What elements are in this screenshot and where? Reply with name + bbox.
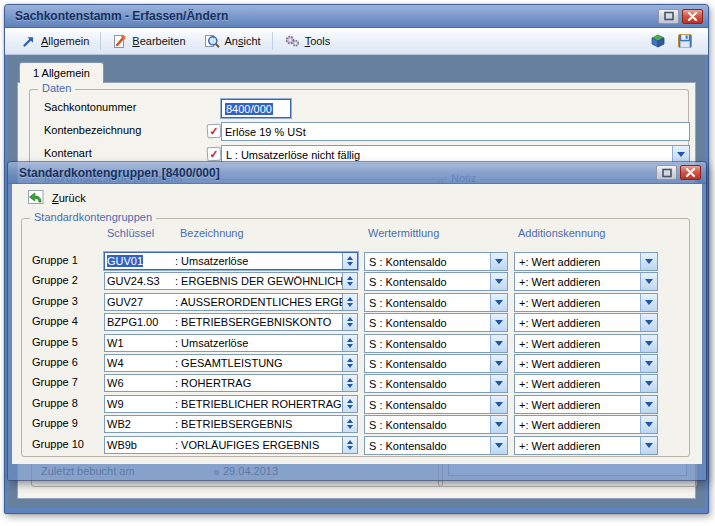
tab-allgemein[interactable]: 1 Allgemein bbox=[19, 62, 104, 83]
spinner-down-icon[interactable] bbox=[347, 262, 353, 266]
spinner[interactable] bbox=[342, 335, 357, 351]
dropdown-button[interactable] bbox=[640, 375, 657, 392]
spinner-down-icon[interactable] bbox=[347, 364, 353, 368]
spinner-down-icon[interactable] bbox=[347, 323, 353, 327]
spinner[interactable] bbox=[342, 375, 357, 391]
dropdown-button[interactable] bbox=[672, 146, 689, 163]
spinner[interactable] bbox=[342, 294, 357, 310]
additionskennung-select[interactable]: +: Wert addieren bbox=[514, 293, 658, 312]
dropdown-button[interactable] bbox=[490, 335, 507, 352]
maximize-button[interactable] bbox=[658, 9, 679, 24]
spinner-down-icon[interactable] bbox=[347, 344, 353, 348]
kontenbezeichnung-input[interactable]: Erlöse 19 % USt bbox=[221, 122, 690, 141]
spinner-up-icon[interactable] bbox=[347, 358, 353, 362]
dropdown-button[interactable] bbox=[490, 416, 507, 433]
spinner-down-icon[interactable] bbox=[347, 303, 353, 307]
save-icon[interactable] bbox=[676, 32, 694, 50]
schluessel-input[interactable]: W6 : ROHERTRAG bbox=[104, 374, 358, 392]
additionskennung-select[interactable]: +: Wert addieren bbox=[514, 272, 658, 291]
menu-item-tools[interactable]: Tools bbox=[275, 31, 340, 51]
schluessel-input[interactable]: BZPG1.00 : BETRIEBSERGEBNISKONTO bbox=[104, 313, 358, 331]
dropdown-button[interactable] bbox=[640, 355, 657, 372]
additionskennung-select[interactable]: +: Wert addieren bbox=[514, 334, 658, 353]
spinner-up-icon[interactable] bbox=[347, 276, 353, 280]
schluessel-input[interactable]: GUV27 : AUSSERORDENTLICHES ERGEBNIS bbox=[104, 293, 358, 311]
wertermittlung-select[interactable]: S : Kontensaldo bbox=[364, 354, 508, 373]
spinner-down-icon[interactable] bbox=[347, 446, 353, 450]
main-titlebar[interactable]: Sachkontenstamm - Erfassen/Ändern bbox=[5, 5, 708, 28]
spinner-up-icon[interactable] bbox=[347, 317, 353, 321]
dropdown-button[interactable] bbox=[490, 314, 507, 331]
wertermittlung-select[interactable]: S : Kontensaldo bbox=[364, 334, 508, 353]
wertermittlung-select[interactable]: S : Kontensaldo bbox=[364, 395, 508, 414]
spinner-up-icon[interactable] bbox=[347, 419, 353, 423]
dialog-close-button[interactable] bbox=[680, 165, 701, 180]
additionskennung-select[interactable]: +: Wert addieren bbox=[514, 313, 658, 332]
wertermittlung-select[interactable]: S : Kontensaldo bbox=[364, 436, 508, 455]
spinner-down-icon[interactable] bbox=[347, 425, 353, 429]
schluessel-input[interactable]: GUV01 : Umsatzerlöse bbox=[104, 252, 358, 270]
dropdown-button[interactable] bbox=[490, 273, 507, 290]
spinner[interactable] bbox=[342, 273, 357, 289]
spinner-down-icon[interactable] bbox=[347, 384, 353, 388]
schluessel-input[interactable]: GUV24.S3 : ERGEBNIS DER GEWÖHNLICHEN GES bbox=[104, 272, 358, 290]
additionskennung-select[interactable]: +: Wert addieren bbox=[514, 395, 658, 414]
dropdown-button[interactable] bbox=[490, 355, 507, 372]
spinner-up-icon[interactable] bbox=[347, 378, 353, 382]
spinner[interactable] bbox=[342, 253, 357, 269]
dropdown-button[interactable] bbox=[490, 375, 507, 392]
wertermittlung-select[interactable]: S : Kontensaldo bbox=[364, 415, 508, 434]
dropdown-button[interactable] bbox=[490, 437, 507, 454]
spinner[interactable] bbox=[342, 314, 357, 330]
checked-icon[interactable]: ✓ bbox=[207, 147, 222, 162]
dropdown-button[interactable] bbox=[640, 273, 657, 290]
close-button[interactable] bbox=[682, 9, 703, 24]
dropdown-button[interactable] bbox=[490, 294, 507, 311]
sachkontonummer-input[interactable]: 8400/000 bbox=[221, 99, 291, 118]
wertermittlung-select[interactable]: S : Kontensaldo bbox=[364, 313, 508, 332]
zurueck-button[interactable]: Zurück bbox=[22, 188, 92, 207]
additionskennung-select[interactable]: +: Wert addieren bbox=[514, 354, 658, 373]
spinner[interactable] bbox=[342, 437, 357, 453]
dropdown-button[interactable] bbox=[490, 253, 507, 270]
menu-item-bearbeiten[interactable]: Bearbeiten bbox=[103, 31, 194, 52]
spinner-up-icon[interactable] bbox=[347, 440, 353, 444]
dropdown-button[interactable] bbox=[490, 396, 507, 413]
spinner-down-icon[interactable] bbox=[347, 405, 353, 409]
package-icon[interactable] bbox=[649, 32, 667, 50]
additionskennung-select[interactable]: +: Wert addieren bbox=[514, 252, 658, 271]
dropdown-button[interactable] bbox=[640, 253, 657, 270]
dropdown-button[interactable] bbox=[640, 416, 657, 433]
additionskennung-select[interactable]: +: Wert addieren bbox=[514, 374, 658, 393]
dialog-maximize-button[interactable] bbox=[656, 165, 677, 180]
wertermittlung-select[interactable]: S : Kontensaldo bbox=[364, 252, 508, 271]
dropdown-button[interactable] bbox=[640, 314, 657, 331]
spinner[interactable] bbox=[342, 355, 357, 371]
spinner[interactable] bbox=[342, 396, 357, 412]
spinner-up-icon[interactable] bbox=[347, 338, 353, 342]
wertermittlung-select[interactable]: S : Kontensaldo bbox=[364, 293, 508, 312]
spinner-up-icon[interactable] bbox=[347, 256, 353, 260]
dropdown-button[interactable] bbox=[640, 335, 657, 352]
dropdown-button[interactable] bbox=[640, 437, 657, 454]
additionskennung-select[interactable]: +: Wert addieren bbox=[514, 436, 658, 455]
checked-icon[interactable]: ✓ bbox=[207, 124, 222, 139]
wertermittlung-select[interactable]: S : Kontensaldo bbox=[364, 374, 508, 393]
dropdown-arrow-icon bbox=[645, 279, 653, 284]
additionskennung-select[interactable]: +: Wert addieren bbox=[514, 415, 658, 434]
dropdown-button[interactable] bbox=[640, 294, 657, 311]
schluessel-input[interactable]: W4 : GESAMTLEISTUNG bbox=[104, 354, 358, 372]
schluessel-input[interactable]: W9 : BETRIEBLICHER ROHERTRAG bbox=[104, 395, 358, 413]
schluessel-input[interactable]: WB2 : BETRIEBSERGEBNIS bbox=[104, 415, 358, 433]
dialog-titlebar[interactable]: Standardkontengruppen [8400/000] bbox=[8, 162, 706, 184]
schluessel-input[interactable]: W1 : Umsatzerlöse bbox=[104, 334, 358, 352]
menu-item-ansicht[interactable]: Ansicht bbox=[195, 31, 270, 52]
spinner-down-icon[interactable] bbox=[347, 282, 353, 286]
wertermittlung-select[interactable]: S : Kontensaldo bbox=[364, 272, 508, 291]
dropdown-button[interactable] bbox=[640, 396, 657, 413]
schluessel-input[interactable]: WB9b : VORLÄUFIGES ERGEBNIS bbox=[104, 436, 358, 454]
spinner[interactable] bbox=[342, 416, 357, 432]
spinner-up-icon[interactable] bbox=[347, 399, 353, 403]
menu-item-allgemein[interactable]: Allgemein bbox=[13, 31, 98, 51]
spinner-up-icon[interactable] bbox=[347, 297, 353, 301]
